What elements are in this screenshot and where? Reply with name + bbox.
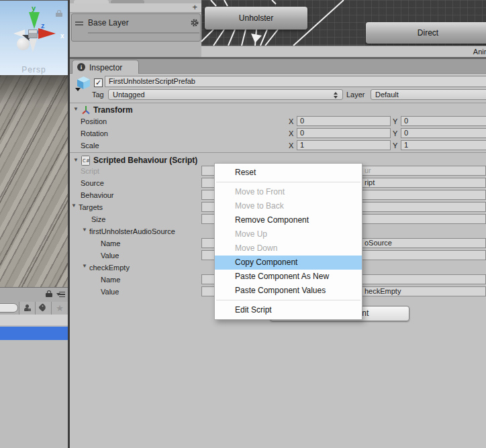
script-row-label: Size — [91, 215, 105, 223]
list-item[interactable] — [0, 315, 68, 325]
gizmo-persp-label[interactable]: Persp — [0, 65, 68, 74]
script-row-label: Source — [81, 179, 104, 187]
layer-item-base-layer[interactable]: Base Layer — [71, 13, 201, 42]
component-context-menu: Reset Move to Front Move to Back Remove … — [214, 163, 362, 320]
animator-layers-panel: + Base Layer — [70, 0, 201, 57]
tab-inspector[interactable]: i Inspector — [72, 60, 139, 74]
gizmo-negy-cone[interactable] — [29, 39, 37, 52]
scale-x-field[interactable]: 1 — [297, 140, 391, 150]
icon-dropdown-arrow[interactable] — [75, 88, 81, 91]
rotation-y-field[interactable]: 0 — [401, 128, 486, 138]
drag-handle-icon[interactable] — [75, 21, 83, 25]
layer-name: Base Layer — [88, 18, 129, 27]
transform-title[interactable]: Transform — [93, 105, 133, 115]
search-input[interactable] — [0, 303, 18, 313]
transform-foldout[interactable]: ▼ — [73, 106, 79, 112]
filter-by-favorite-button[interactable]: ★ — [51, 302, 68, 315]
menu-item-paste-component-as-new[interactable]: Paste Component As New — [215, 270, 362, 284]
animator-status-bar: Anima — [201, 46, 486, 57]
component-divider — [70, 152, 486, 153]
position-x-field[interactable]: 0 — [297, 116, 391, 126]
layer-list-toolbar: + — [70, 3, 201, 13]
gizmo-z-label: z — [41, 21, 45, 30]
targets-foldout[interactable]: ▼ — [71, 203, 77, 209]
script-row-label: Name — [101, 276, 120, 284]
position-y-field[interactable]: 0 — [401, 116, 486, 126]
menu-item-paste-component-values[interactable]: Paste Component Values — [215, 284, 362, 298]
tag-label: Tag — [92, 91, 104, 99]
gizmo-y-axis-cone[interactable] — [29, 12, 40, 29]
script-component-foldout[interactable]: ▼ — [73, 157, 79, 163]
gizmo-y-label: y — [32, 4, 36, 12]
transform-row-rotation: Rotation X 0 Y 0 — [70, 127, 486, 139]
state-node-unholster[interactable]: Unholster — [205, 7, 307, 30]
rotation-x-field[interactable]: 0 — [297, 128, 391, 138]
project-panel: ★ — [0, 287, 68, 448]
script-row-label: checkEmpty — [89, 264, 130, 272]
filter-by-type-button[interactable] — [19, 302, 35, 315]
menu-item-move-to-back: Move to Back — [215, 199, 362, 213]
layer-label: Layer — [346, 91, 365, 99]
active-checkbox[interactable]: ✓ — [94, 78, 103, 87]
panel-menu-icon[interactable] — [56, 292, 65, 298]
scene-view[interactable]: y z x Persp — [0, 0, 68, 75]
lock-icon[interactable] — [46, 290, 52, 297]
selected-list-item[interactable] — [0, 327, 68, 340]
menu-separator — [216, 182, 360, 182]
scale-y-field[interactable]: 1 — [401, 140, 486, 150]
script-row-label: Script — [81, 167, 99, 175]
menu-separator — [216, 300, 360, 300]
checkempty-foldout[interactable]: ▼ — [82, 263, 87, 269]
gear-icon[interactable] — [191, 19, 199, 27]
inspector-tab-strip: i Inspector — [70, 59, 486, 74]
audiosource-foldout[interactable]: ▼ — [82, 227, 87, 233]
scene-wood-floor[interactable] — [0, 75, 68, 287]
transform-row-scale: Scale X 1 Y 1 — [70, 139, 486, 152]
state-node-direct[interactable]: Direct — [366, 22, 486, 44]
project-toolbar: ★ — [0, 302, 68, 315]
tag-icon — [38, 303, 47, 312]
tag-dropdown[interactable]: Untagged — [108, 89, 343, 100]
menu-item-move-up: Move Up — [215, 227, 362, 241]
component-divider — [70, 103, 486, 103]
gameobject-name-field[interactable]: FirstUnholsterScriptPrefab — [105, 76, 486, 87]
transform-row-position: Position X 0 Y 0 — [70, 115, 486, 127]
lock-icon[interactable] — [56, 10, 62, 17]
transform-icon — [81, 105, 91, 115]
gizmo-x-label: x — [60, 32, 64, 40]
script-row-label: firstUnholsterAudioSource — [89, 227, 175, 235]
script-row-label: Value — [101, 288, 119, 296]
dropdown-arrows-icon — [334, 92, 338, 99]
script-row-label: Targets — [79, 203, 103, 211]
svg-text:C#: C# — [83, 158, 90, 164]
inspector-tab-label: Inspector — [89, 63, 122, 72]
info-icon: i — [77, 63, 85, 71]
menu-item-move-down: Move Down — [215, 241, 362, 256]
script-row-label: Behaviour — [81, 191, 114, 199]
gizmo-x-axis-cone[interactable] — [38, 28, 56, 39]
project-panel-header — [0, 288, 68, 302]
menu-item-edit-script[interactable]: Edit Script — [215, 303, 362, 317]
animator-graph[interactable]: Unholster Direct — [201, 0, 486, 46]
transition-arrowhead — [251, 34, 262, 43]
unity-editor-window: y z x Persp — [0, 0, 486, 448]
scene-view-strip: y z x Persp — [0, 0, 68, 448]
star-icon: ★ — [56, 303, 64, 313]
menu-item-copy-component[interactable]: Copy Component — [215, 256, 362, 270]
script-row-label: Name — [101, 239, 120, 247]
animator-status-text: Anima — [473, 48, 486, 56]
filter-by-label-button[interactable] — [35, 302, 51, 315]
add-layer-button[interactable]: + — [192, 2, 197, 12]
script-component-title[interactable]: Scripted Behaviour (Script) — [93, 156, 197, 165]
layer-weight-slider[interactable] — [88, 32, 199, 34]
menu-item-remove-component[interactable]: Remove Component — [215, 213, 362, 227]
layer-dropdown[interactable]: Default — [371, 89, 486, 100]
script-row-label: Value — [101, 251, 119, 260]
menu-item-move-to-front: Move to Front — [215, 185, 362, 199]
csharp-script-icon: C# — [81, 156, 90, 166]
gizmo-center-cube[interactable] — [28, 30, 38, 38]
menu-item-reset[interactable]: Reset — [215, 166, 362, 180]
